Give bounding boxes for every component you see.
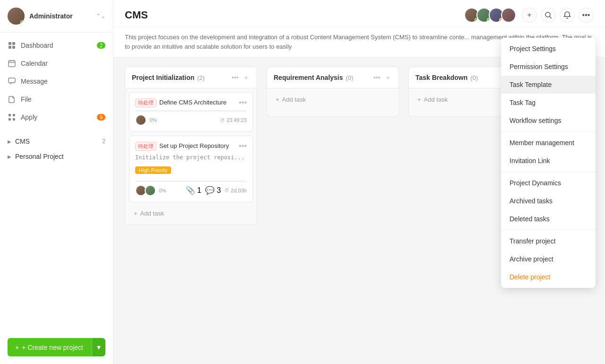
menu-item-deleted-tasks[interactable]: Deleted tasks (501, 210, 596, 228)
task-footer-2: 0% 📎 1 💬 3 ⏱ 2d,03h (135, 185, 247, 196)
plus-icon: + (15, 344, 19, 351)
menu-item-project-dynamics[interactable]: Project Dynamics (501, 174, 596, 192)
main-header: CMS + ••• (113, 0, 605, 27)
svg-rect-4 (9, 61, 15, 67)
column-requirement-analysis: Requirement Analysis (0) ••• + + Add tas… (267, 67, 399, 355)
col-menu-btn-req[interactable]: ••• (372, 73, 382, 82)
col-header-req: Requirement Analysis (0) ••• + (267, 67, 399, 88)
menu-item-transfer-project[interactable]: Transfer project (501, 232, 596, 250)
file-icon (8, 95, 16, 104)
calendar-icon (8, 59, 16, 68)
main-content: CMS + ••• This project focuses on t (113, 0, 605, 364)
task-progress-bar-1 (135, 110, 247, 112)
task-tag-2: High Priority (135, 166, 171, 174)
sidebar-item-file-label: File (21, 95, 105, 103)
task-card-2[interactable]: 待处理 Set up Project Repository ••• Initia… (129, 136, 253, 202)
clock-icon-2: ⏱ (225, 188, 229, 193)
menu-item-permission-settings[interactable]: Permission Settings (501, 58, 596, 76)
svg-rect-9 (9, 114, 11, 116)
create-btn-label: + Create new project (22, 344, 83, 351)
menu-item-workflow-settings[interactable]: Workflow settings (501, 112, 596, 130)
task-avatar-1-1 (135, 114, 147, 126)
svg-rect-12 (13, 118, 15, 121)
menu-divider-2 (501, 172, 596, 172)
sidebar-item-file[interactable]: File (0, 90, 113, 108)
menu-divider-3 (501, 230, 596, 230)
sidebar-item-calendar-label: Calendar (21, 60, 105, 67)
task-pct-2: 0% (159, 188, 166, 193)
sidebar-item-calendar[interactable]: Calendar (0, 54, 113, 72)
create-project-button[interactable]: + + Create new project (8, 338, 92, 356)
col-title-breakdown: Task Breakdown (415, 74, 467, 81)
sidebar-item-cms[interactable]: ▶ CMS 2 (0, 134, 113, 149)
svg-rect-3 (12, 46, 15, 49)
menu-item-archived-tasks[interactable]: Archived tasks (501, 192, 596, 210)
task-card-1[interactable]: 待处理 Define CMS Architecture ••• 0% ⏱ (129, 92, 253, 132)
header-avatars (464, 8, 516, 23)
grid-icon (8, 41, 16, 50)
col-add-btn-req[interactable]: + (384, 73, 392, 82)
personal-arrow-icon: ▶ (8, 154, 11, 159)
task-avatars-2 (135, 185, 156, 196)
menu-item-task-tag[interactable]: Task Tag (501, 94, 596, 112)
col-count-req: (0) (346, 74, 354, 81)
add-member-button[interactable]: + (522, 8, 537, 23)
task-pct-1: 0% (149, 117, 157, 123)
col-actions-req: ••• + (372, 73, 392, 82)
more-options-button[interactable]: ••• (579, 8, 594, 23)
add-task-btn-req[interactable]: + Add task (271, 92, 395, 107)
menu-item-delete-project[interactable]: Delete project (501, 268, 596, 286)
user-profile[interactable]: Administrator ⌃⌄ (0, 0, 113, 33)
sidebar: Administrator ⌃⌄ Dashboard 2 Calendar Me… (0, 0, 113, 364)
menu-item-member-management[interactable]: Member management (501, 134, 596, 152)
add-task-plus-icon-1: + (134, 210, 138, 217)
task-time-1: ⏱ 23:49:23 (220, 117, 247, 123)
col-add-btn-project-init[interactable]: + (242, 73, 250, 82)
svg-point-13 (545, 12, 550, 17)
sidebar-item-dashboard[interactable]: Dashboard 2 (0, 36, 113, 54)
menu-item-invitation-link[interactable]: Invitation Link (501, 152, 596, 170)
task-status-1: 待处理 (135, 98, 156, 107)
menu-item-project-settings[interactable]: Project Settings (501, 40, 596, 58)
task-header-2: 待处理 Set up Project Repository ••• (135, 142, 247, 151)
sidebar-item-dashboard-label: Dashboard (21, 42, 92, 49)
svg-rect-1 (12, 42, 15, 45)
task-avatars-1 (135, 114, 147, 126)
task-status-2: 待处理 (135, 142, 156, 151)
col-menu-btn-project-init[interactable]: ••• (230, 73, 241, 82)
online-indicator (20, 20, 24, 24)
task-time-2: ⏱ 2d,03h (225, 188, 247, 193)
search-button[interactable] (541, 8, 556, 23)
col-title-project-init: Project Initialization (132, 74, 194, 81)
sidebar-bottom: + + Create new project ▾ (0, 330, 113, 364)
create-project-dropdown-arrow[interactable]: ▾ (92, 338, 105, 356)
add-task-btn-project-init[interactable]: + Add task (129, 206, 253, 221)
svg-rect-10 (13, 114, 15, 116)
add-task-plus-icon-2: + (276, 96, 279, 103)
add-task-plus-icon-3: + (417, 96, 421, 103)
sidebar-item-apply[interactable]: Apply 9 (0, 108, 113, 126)
personal-label: Personal Project (15, 153, 64, 160)
add-task-label-2: Add task (282, 96, 306, 103)
col-body-req: + Add task (267, 88, 399, 117)
dashboard-badge: 2 (97, 42, 105, 49)
col-title-req: Requirement Analysis (274, 74, 343, 81)
header-actions: + ••• (522, 8, 594, 23)
project-title: CMS (125, 9, 458, 21)
menu-divider-1 (501, 131, 596, 132)
menu-item-archive-project[interactable]: Archive project (501, 250, 596, 268)
add-task-label-1: Add task (140, 210, 164, 217)
menu-item-task-template[interactable]: Task Template (501, 76, 596, 94)
task-menu-2[interactable]: ••• (239, 142, 247, 150)
cms-label: CMS (15, 138, 30, 145)
sidebar-item-message-label: Message (21, 78, 105, 85)
sidebar-item-message[interactable]: Message (0, 72, 113, 90)
notification-button[interactable] (560, 8, 575, 23)
svg-rect-11 (9, 118, 11, 121)
task-avatar-2-2 (145, 185, 156, 196)
svg-line-14 (550, 17, 552, 18)
sidebar-nav: Dashboard 2 Calendar Message File Appl (0, 33, 113, 130)
task-menu-1[interactable]: ••• (239, 98, 247, 107)
dropdown-menu: Project Settings Permission Settings Tas… (501, 38, 596, 288)
sidebar-item-personal[interactable]: ▶ Personal Project (0, 149, 113, 164)
